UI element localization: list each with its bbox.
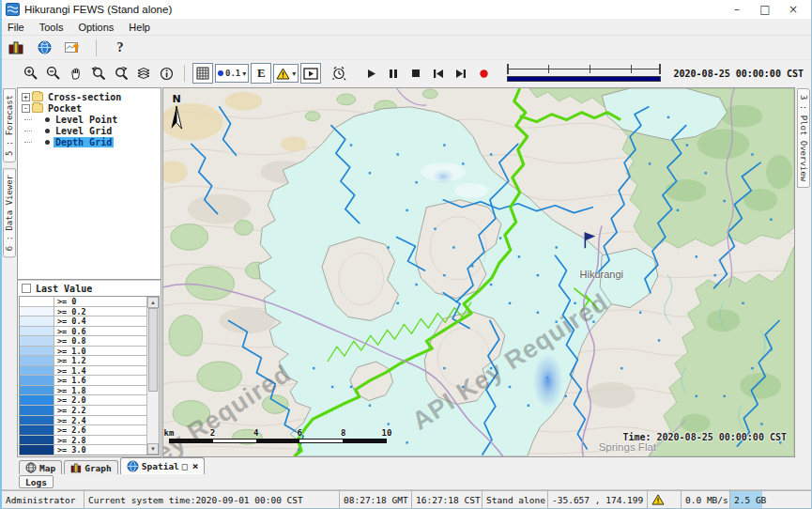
time-slider[interactable]	[505, 64, 662, 83]
scale-tick-label: 8	[341, 428, 345, 438]
go-first-button[interactable]	[428, 63, 449, 84]
legend-row: >= 2.0	[20, 395, 146, 406]
time-slider-range-bar[interactable]	[507, 76, 660, 82]
info-icon[interactable]	[156, 63, 176, 84]
tree-item-level-point[interactable]: Level Point	[20, 114, 161, 125]
scale-bar: km 246810	[169, 428, 387, 445]
record-button[interactable]	[473, 63, 494, 84]
menu-file[interactable]: File	[8, 22, 24, 33]
globe-blue-icon	[127, 460, 139, 472]
legend-row: >= 0.8	[20, 336, 146, 347]
scale-bar-segments	[169, 439, 387, 443]
pan-hand-icon[interactable]	[66, 63, 86, 84]
dock-tabs: Map Graph Spatial □ ×	[2, 457, 811, 474]
tab-graph-label: Graph	[84, 463, 112, 473]
help-button[interactable]: ?	[110, 38, 130, 58]
animation-timer-icon[interactable]	[329, 63, 349, 84]
status-gmt: 08:27:18 GMT	[340, 491, 412, 508]
minimize-button[interactable]: –	[723, 3, 751, 16]
scroll-up-icon[interactable]: ▲	[147, 297, 159, 308]
bullet-icon	[45, 117, 50, 122]
tab-plot-overview[interactable]: 3 : Plot Overview	[797, 88, 810, 188]
legend-row: >= 1.8	[20, 386, 146, 396]
logs-tab[interactable]: Logs	[19, 475, 54, 488]
warning-dropdown[interactable]: ▾	[273, 64, 299, 83]
tab-data-viewer[interactable]: 6 : Data Viewer	[3, 168, 16, 257]
legend-scrollbar[interactable]: ▲ ▼	[146, 297, 159, 455]
timeseries-dialog-icon[interactable]	[62, 38, 83, 58]
legend-color-swatch	[20, 336, 54, 346]
zoom-previous-icon[interactable]	[88, 63, 109, 84]
main-area: 5 : Forecast 6 : Data Viewer +Cross-sect…	[2, 86, 811, 457]
legend-row: >= 0.2	[20, 307, 146, 317]
legend-row: >= 2.8	[20, 436, 146, 446]
stop-button[interactable]	[406, 63, 426, 84]
scale-segment	[299, 440, 343, 442]
legend-color-swatch	[20, 406, 54, 415]
close-button[interactable]: ×	[779, 3, 807, 16]
maximize-button[interactable]: □	[751, 3, 779, 16]
menu-tools[interactable]: Tools	[39, 22, 64, 33]
north-arrow: N	[170, 93, 183, 132]
tab-graph[interactable]: Graph	[64, 460, 118, 474]
layers-icon[interactable]	[133, 63, 154, 84]
chevron-down-icon: ▾	[292, 69, 296, 78]
legend-color-swatch	[20, 376, 54, 385]
scroll-track[interactable]	[147, 308, 159, 443]
tab-spatial[interactable]: Spatial □ ×	[120, 457, 206, 474]
window-title: Hikurangi FEWS (Stand alone)	[24, 4, 172, 15]
pause-button[interactable]	[383, 63, 404, 84]
status-system-time: Current system time:2020-09-01 00:00 CST	[84, 491, 340, 508]
tab-forecast[interactable]: 5 : Forecast	[3, 88, 16, 162]
legend-color-swatch	[20, 327, 54, 336]
map-view[interactable]: N API Key Required API Key Required Hiku…	[162, 87, 795, 457]
zoom-next-icon[interactable]	[111, 63, 131, 84]
tree-connector	[24, 119, 32, 120]
tree-item-pocket[interactable]: -Pocket	[20, 102, 161, 114]
tree-item-cross-section[interactable]: +Cross-section	[20, 91, 161, 102]
grid-display-button[interactable]	[192, 63, 213, 84]
legend-toggle-button[interactable]: E	[251, 63, 271, 84]
legend-color-swatch	[20, 386, 54, 395]
bar-chart-icon	[70, 463, 82, 473]
status-local: 16:27:18 CST	[412, 491, 483, 508]
zoom-in-icon[interactable]	[21, 63, 41, 84]
time-slider-track	[507, 69, 660, 69]
toolbar-separator-2	[184, 65, 185, 82]
tree-connector	[24, 142, 32, 143]
play-button[interactable]	[360, 63, 381, 84]
tab-map[interactable]: Map	[19, 460, 62, 474]
scale-tick-label: 6	[297, 428, 301, 438]
tab-close-icon[interactable]: ×	[192, 460, 199, 472]
expand-icon[interactable]: +	[22, 93, 30, 101]
classbreaks-value: 0.1	[225, 69, 240, 78]
current-datetime-label: 2020-08-25 00:00:00 CST	[670, 69, 807, 79]
scale-segment	[343, 440, 386, 442]
status-user: Administrator	[2, 491, 84, 508]
scroll-down-icon[interactable]: ▼	[147, 443, 159, 455]
data-viewer-panel: +Cross-section-PocketLevel PointLevel Gr…	[17, 87, 161, 457]
menu-options[interactable]: Options	[78, 22, 114, 33]
animation-window-button[interactable]	[300, 63, 321, 84]
tab-restore-icon[interactable]: □	[182, 461, 188, 471]
tree-item-depth-grid[interactable]: Depth Grid	[20, 136, 161, 147]
menu-help[interactable]: Help	[129, 22, 150, 33]
zoom-out-icon[interactable]	[43, 63, 64, 84]
legend-value-label: >= 0.4	[54, 316, 146, 326]
collapse-icon[interactable]: -	[22, 104, 30, 113]
status-throughput: 0.0 MB/s	[682, 491, 730, 508]
map-display-icon[interactable]	[34, 38, 54, 58]
go-last-button[interactable]	[451, 63, 471, 84]
tree-item-label: Pocket	[46, 103, 84, 114]
legend-value-label: >= 2.2	[54, 406, 146, 415]
database-icon[interactable]	[6, 38, 26, 58]
tree-item-level-grid[interactable]: Level Grid	[20, 125, 161, 136]
last-value-checkbox[interactable]	[22, 284, 31, 293]
scroll-thumb[interactable]	[148, 308, 158, 392]
classbreaks-dropdown[interactable]: 0.1 ▾	[215, 64, 249, 83]
status-bar: Administrator Current system time:2020-0…	[2, 490, 811, 508]
legend-row: >= 0.4	[20, 316, 146, 327]
status-alerts[interactable]	[648, 491, 682, 508]
legend-row: >= 1.2	[20, 356, 146, 366]
legend-color-swatch	[20, 395, 54, 405]
